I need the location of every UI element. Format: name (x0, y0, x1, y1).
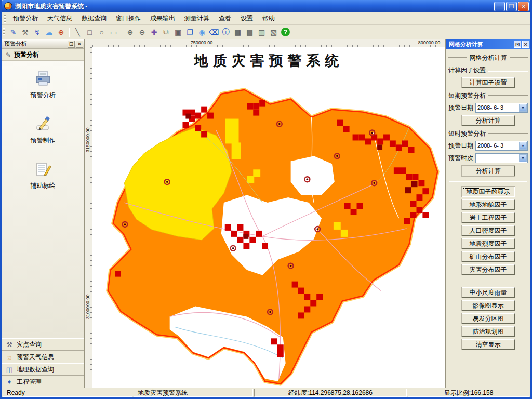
ruler-label-y1: 3150000.00 (85, 127, 90, 152)
imagery-layer-button[interactable]: 影像图显示 (462, 300, 515, 311)
terrain-factor-button[interactable]: 地形地貌因子 (462, 200, 515, 210)
mine-factor-button[interactable]: 矿山分布因子 (462, 251, 515, 262)
geotech-factor-button[interactable]: 岩土工程因子 (462, 212, 515, 223)
geology-factor-display-button[interactable]: 地质因子的显示 (462, 187, 515, 197)
left-panel-caption: 预警分析 ⊡ ✕ (2, 39, 84, 49)
close-button[interactable]: ✕ (518, 2, 529, 11)
ruler-top: 750000.00 800000.00 (92, 39, 445, 47)
sidebar-item-warning-weather-info[interactable]: ☼ 预警天气信息 (2, 351, 84, 363)
sidebar-item-label: 地理数据查询 (17, 365, 54, 374)
calculator-icon[interactable]: ▦ (232, 26, 243, 37)
print-setup-icon[interactable]: ▧ (268, 26, 279, 37)
restore-button[interactable]: ❐ (506, 2, 517, 11)
rainfall-layer-button[interactable]: 中小尺度雨量 (462, 287, 515, 298)
draw-line-icon[interactable]: ╲ (72, 26, 83, 37)
draw-rect-icon[interactable]: □ (84, 26, 95, 37)
warning-date-select[interactable]: 2008- 6- 3 ▼ (475, 103, 528, 113)
minimize-button[interactable]: — (494, 2, 505, 11)
menu-view[interactable]: 查看 (214, 12, 236, 24)
menu-window-ops[interactable]: 窗口操作 (111, 12, 145, 24)
susceptibility-map-button[interactable]: 易发分区图 (462, 313, 515, 324)
clear-display-button[interactable]: 清空显示 (462, 339, 515, 350)
ruler-label-y2: 3100000.00 (85, 294, 90, 319)
spacer (448, 277, 528, 285)
globe-icon[interactable]: ◉ (196, 26, 207, 37)
full-extent-icon[interactable]: ▣ (172, 26, 183, 37)
help-icon[interactable]: ? (281, 28, 290, 36)
population-factor-button[interactable]: 人口密度因子 (462, 225, 515, 236)
menu-measure-calc[interactable]: 测量计算 (180, 12, 214, 24)
warning-time-label: 预警时次 (448, 154, 473, 163)
menu-weather-info[interactable]: 天气信息 (43, 12, 77, 24)
menu-help[interactable]: 帮助 (258, 12, 280, 24)
prevention-plan-button[interactable]: 防治规划图 (462, 326, 515, 337)
divider (449, 181, 527, 182)
eraser-icon[interactable]: ⌫ (208, 26, 219, 37)
chevron-down-icon[interactable]: ▼ (519, 154, 527, 162)
menu-result-output[interactable]: 成果输出 (145, 12, 180, 24)
print-icon[interactable]: ▤ (244, 26, 255, 37)
menu-warning-analysis[interactable]: 预警分析 (8, 12, 43, 24)
crosshair-tool-icon[interactable]: ⊕ (56, 26, 66, 37)
short-time-analyze-button[interactable]: 分析计算 (462, 166, 515, 176)
group-short-time: 短时预警分析 (448, 129, 528, 138)
warning-time-select[interactable]: ▼ (475, 153, 528, 163)
disaster-factor-button[interactable]: 灾害分布因子 (462, 264, 515, 275)
pin-icon[interactable]: ⊡ (514, 41, 521, 48)
tool-label: 预警分析 (31, 91, 56, 100)
ruler-label-x2: 800000.00 (418, 40, 441, 45)
zoom-in-icon[interactable]: ⊕ (125, 26, 136, 37)
printer-icon (34, 70, 52, 88)
menu-grip (4, 15, 6, 23)
left-panel-header-label: 预警分析 (14, 50, 39, 59)
pan-hand-icon[interactable]: ✚ (149, 26, 159, 37)
zoom-window-icon[interactable]: ⧉ (161, 26, 171, 37)
sidebar-item-project-management[interactable]: ✦ 工程管理 (2, 376, 84, 388)
short-term-analyze-button[interactable]: 分析计算 (462, 115, 515, 126)
left-panel-bottom-bars: ⚒ 灾点查询 ☼ 预警天气信息 ◫ 地理数据查询 ✦ 工程管理 (2, 338, 84, 388)
draw-ellipse-icon[interactable]: ○ (96, 26, 107, 37)
menu-data-query[interactable]: 数据查询 (77, 12, 111, 24)
toolbar-grip (3, 28, 5, 36)
warning-date2-row: 预警日期 2008- 6- 3 ▼ (448, 141, 528, 151)
close-icon[interactable]: ✕ (522, 41, 529, 48)
menu-settings[interactable]: 设置 (236, 12, 258, 24)
status-coordinates: 经纬度:114.296875,28.162686 (254, 389, 407, 397)
left-panel-header[interactable]: ✎ 预警分析 (2, 49, 84, 61)
tool-label: 辅助标绘 (31, 181, 56, 190)
lightning-tool-icon[interactable]: ↯ (32, 26, 43, 37)
warning-date2-select[interactable]: 2008- 6- 3 ▼ (475, 141, 528, 151)
sidebar-item-disaster-point-query[interactable]: ⚒ 灾点查询 (2, 338, 84, 351)
right-panel-body: 网格分析计算 计算因子设置 计算因子设置 短期预警分析 预警日期 2008- 6… (446, 49, 530, 388)
tool-warning-production[interactable]: 预警制作 (31, 115, 56, 145)
tool-warning-analysis[interactable]: 预警分析 (31, 70, 56, 100)
tool-auxiliary-plotting[interactable]: 辅助标绘 (31, 161, 56, 190)
hammer-icon: ⚒ (5, 341, 14, 349)
close-icon[interactable]: ✕ (76, 41, 83, 48)
calc-factor-settings-button[interactable]: 计算因子设置 (462, 77, 515, 88)
sidebar-item-label: 工程管理 (17, 378, 42, 387)
zoom-out-icon[interactable]: ⊖ (137, 26, 148, 37)
sun-icon: ☼ (5, 353, 14, 361)
status-system-name: 地质灾害预警系统 (134, 389, 253, 397)
cloud-tool-icon[interactable]: ☁ (44, 26, 55, 37)
map-view[interactable]: 750000.00 800000.00 3150000.00 3100000.0… (85, 39, 445, 388)
print-preview-icon[interactable]: ▥ (256, 26, 267, 37)
toolbar-separator (69, 28, 70, 37)
info-icon[interactable]: ⓘ (220, 26, 231, 37)
ruler-label-x1: 750000.00 (191, 40, 213, 45)
chevron-down-icon[interactable]: ▼ (519, 142, 527, 150)
pin-icon[interactable]: ⊡ (68, 41, 75, 48)
warning-date-label: 预警日期 (448, 103, 473, 112)
chevron-down-icon[interactable]: ▼ (519, 104, 527, 112)
copy-map-icon[interactable]: ❐ (184, 26, 195, 37)
stamp-tool-icon[interactable]: ⚒ (20, 26, 31, 37)
map-canvas[interactable]: 地质灾害预警系统 (92, 47, 445, 388)
sidebar-item-geographic-data-query[interactable]: ◫ 地理数据查询 (2, 363, 84, 376)
tool-label: 预警制作 (31, 136, 56, 145)
title-bar: 浏阳市地质灾害预警系统 - — ❐ ✕ (2, 0, 530, 12)
map-edit-icon[interactable]: ✎ (8, 26, 19, 37)
status-bar: Ready 地质灾害预警系统 经纬度:114.296875,28.162686 … (2, 388, 530, 397)
seismic-factor-button[interactable]: 地震烈度因子 (462, 238, 515, 249)
draw-roundrect-icon[interactable]: ▭ (108, 26, 119, 37)
